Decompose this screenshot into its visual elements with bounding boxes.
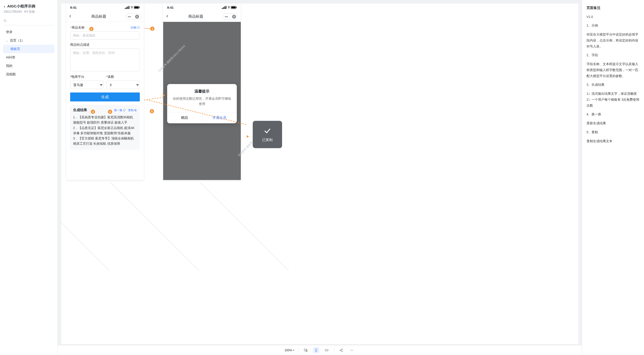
refresh-icon [123, 109, 126, 112]
stage: 9:41 商品标题 [61, 3, 578, 344]
notes-s3-title: 3、生成结果 [586, 82, 640, 88]
count-label: *条数 [106, 75, 140, 79]
more-icon[interactable] [348, 347, 355, 354]
notes-s3-l1: 1）流式输出结果文字，保证流畅度 [586, 91, 640, 97]
svg-point-16 [229, 8, 229, 8]
arrow-icon [247, 135, 249, 138]
generate-button[interactable]: 生成 [70, 92, 140, 101]
product-name-label: *商品名称 [70, 25, 84, 30]
close-target-icon[interactable] [135, 15, 139, 18]
svg-rect-8 [134, 6, 138, 8]
svg-rect-23 [325, 350, 328, 351]
product-name-input[interactable] [70, 31, 140, 39]
dialog-body: 你的使用次数已用完，开通会员即可继续使用 [167, 96, 237, 112]
refresh-icon [137, 26, 140, 29]
svg-rect-4 [127, 6, 128, 9]
notes-s2-title: 2、字段 [586, 52, 640, 58]
svg-rect-2 [125, 8, 126, 9]
platform-select[interactable]: 亚马逊 [70, 80, 104, 89]
feature-input[interactable] [70, 48, 140, 71]
count-select[interactable]: 3 [106, 80, 140, 89]
capsule[interactable] [222, 13, 238, 20]
svg-rect-22 [316, 349, 317, 352]
dialog-later-button[interactable]: 稍后 [167, 112, 202, 123]
example-link[interactable]: 示例 [130, 25, 140, 30]
more-icon[interactable] [128, 15, 131, 18]
quota-dialog: 温馨提示 你的使用次数已用完，开通会员即可继续使用 稍后 开通会员 [167, 84, 237, 123]
svg-point-6 [132, 8, 132, 8]
platform-label: *电商平台 [70, 75, 104, 79]
close-target-icon[interactable] [232, 15, 236, 18]
notes-s1-body: 对应在大模型平台中设定好的必填字段内容，点击示例，将设定好的内容对号入座。 [586, 32, 640, 49]
svg-rect-5 [128, 6, 129, 9]
toast-text: 已复制 [262, 138, 272, 142]
result-card: 生成结果 换一换 复制 [70, 105, 140, 150]
svg-line-28 [341, 350, 342, 351]
notes-s1-title: 1、示例 [586, 23, 640, 29]
signal-icon [222, 6, 227, 9]
svg-point-24 [340, 350, 341, 351]
notes-panel: 页面备注 V1.0 1、示例 对应在大模型平台中设定好的必填字段内容，点击示例，… [582, 0, 644, 355]
zoom-control[interactable]: 100% ▾ [284, 349, 294, 352]
wifi-icon [227, 6, 230, 9]
chevron-down-icon: ▾ [293, 349, 294, 352]
signal-icon [125, 6, 130, 9]
capsule[interactable] [125, 13, 141, 20]
sidebar-item-template[interactable]: 模板页 [3, 45, 54, 53]
form-body: *商品名称 示例 商品特点描述 *电商平台 [66, 22, 144, 153]
share-icon[interactable] [338, 347, 344, 354]
notes-s4-body: 重新生成结果 [586, 121, 640, 127]
copy-button[interactable]: 复制 [128, 108, 137, 112]
wifi-icon [130, 6, 133, 9]
dialog-title: 温馨提示 [167, 84, 237, 96]
annotation-line [145, 28, 150, 29]
device-responsive-icon[interactable] [302, 347, 309, 354]
status-time: 9:41 [70, 6, 76, 9]
swap-button[interactable]: 换一换 [114, 108, 126, 112]
sidebar-item-mine[interactable]: 我的 [3, 62, 54, 70]
svg-line-1 [6, 21, 6, 22]
svg-rect-14 [224, 6, 225, 9]
svg-line-27 [341, 349, 342, 350]
sidebar-search[interactable] [3, 17, 54, 25]
check-icon [264, 127, 272, 135]
svg-rect-9 [139, 7, 140, 8]
notes-heading: 页面备注 [586, 4, 640, 11]
annotation-badge-4: 4 [108, 110, 112, 114]
arrow-icon [163, 94, 165, 96]
miniprogram-header: 商品标题 [66, 11, 144, 22]
sidebar-back[interactable]: ‹ AIGC小程序示例 [3, 4, 54, 9]
svg-rect-3 [126, 7, 127, 9]
device-portrait-icon[interactable] [313, 347, 320, 354]
svg-rect-18 [231, 6, 236, 8]
annotation-badge-3: 3 [91, 110, 95, 114]
sidebar-item-home[interactable]: ⌄ 首页（1） [3, 36, 54, 45]
notes-s5-body: 复制生成结果文本 [586, 138, 640, 144]
svg-point-31 [352, 350, 353, 350]
more-icon[interactable] [225, 15, 228, 18]
result-line-3: 3．【官方授权 索尼专享】顶级全画幅相机 精湛工艺打造 长效续航 优质保障 [73, 136, 137, 147]
battery-icon [134, 6, 140, 9]
svg-point-25 [342, 349, 342, 350]
bottom-toolbar: 100% ▾ [58, 345, 582, 355]
result-line-2: 2．【品质见证】索尼全新正品相机 超清4K录像 多功能智能对焦 坚固耐用 性能卓… [73, 126, 137, 136]
sidebar-item-ai-qa[interactable]: AI问答 [3, 53, 54, 62]
svg-rect-15 [226, 6, 226, 9]
status-bar: 9:41 [66, 3, 144, 11]
search-input[interactable] [8, 18, 54, 23]
back-button[interactable] [166, 14, 169, 19]
phone-mock-2: 9:41 商品标题 [163, 3, 241, 180]
svg-point-26 [342, 351, 342, 352]
annotation-badge-1: 1 [150, 26, 154, 31]
chevron-left-icon: ‹ [4, 4, 5, 8]
result-title: 生成结果 [73, 108, 87, 112]
battery-icon [231, 6, 237, 9]
copied-toast: 已复制 [253, 121, 282, 148]
svg-rect-12 [222, 8, 223, 9]
back-button[interactable] [69, 14, 72, 19]
design-canvas[interactable]: 9:41 商品标题 [58, 0, 582, 355]
sidebar-item-flowchart[interactable]: 流程图 [3, 70, 54, 78]
notes-s2-body: 字段名称、文本框提示文字以及输入框类型和输入框字数范围，一对一匹配大模型平台设置… [586, 61, 640, 79]
device-landscape-icon[interactable] [323, 347, 330, 354]
sidebar-item-login[interactable]: 登录 [3, 28, 54, 36]
